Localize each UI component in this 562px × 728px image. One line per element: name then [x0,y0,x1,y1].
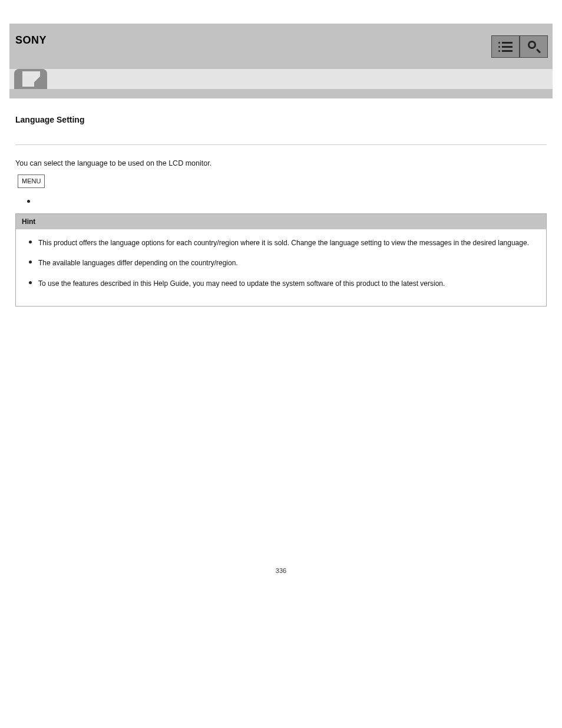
top-header: SONY [9,24,553,69]
step-line: MENU [15,174,547,189]
body-content: You can select the language to be used o… [9,145,553,196]
hint-box: Hint This product offers the language op… [15,213,547,307]
page-nav [9,307,553,319]
search-icon [528,41,540,52]
sony-logo: SONY [15,34,47,47]
hint-item: The available languages differ depending… [29,256,537,270]
hint-item: This product offers the language options… [29,236,537,250]
thin-bar [9,89,553,98]
intro-para: You can select the language to be used o… [15,157,547,171]
page-number: 336 [9,567,553,574]
hint-item: To use the features described in this He… [29,277,537,291]
list-button[interactable] [491,35,520,58]
option-list [15,192,547,196]
search-button[interactable] [520,35,548,58]
list-icon [498,42,513,52]
subheader-bar [9,69,553,89]
hint-body: This product offers the language options… [16,229,546,306]
hint-head: Hint [16,214,546,229]
menu-label: MENU [18,174,45,188]
guide-book-icon [14,69,47,89]
breadcrumb [9,104,553,110]
page-title: Language Setting [9,110,553,128]
header-icon-group [491,35,548,58]
